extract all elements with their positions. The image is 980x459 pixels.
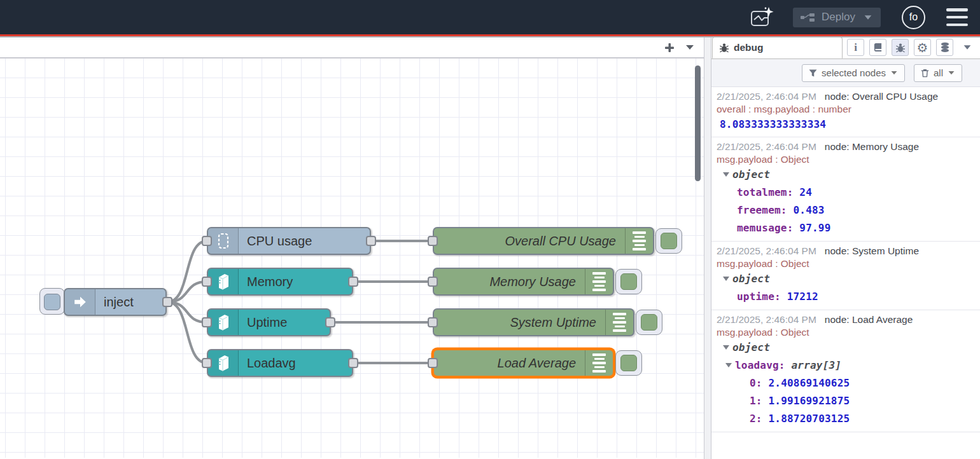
array-value: 2.40869140625 [769,377,850,389]
message-property-path: msg.payload : Object [717,326,974,339]
debug-message: 2/21/2025, 2:46:04 PM node: Memory Usage… [711,137,980,242]
debug-message: 2/21/2025, 2:46:04 PM node: Overall CPU … [711,87,980,137]
port-in-debug-loadavg[interactable] [428,358,438,368]
context-tab-button[interactable] [936,39,953,56]
message-timestamp: 2/21/2025, 2:46:04 PM [717,90,816,103]
clear-button-label: all [934,67,943,78]
add-flow-button[interactable] [664,43,675,53]
port-out-uptime[interactable] [325,317,335,327]
canvas-vertical-scrollbar[interactable] [695,65,701,181]
node-label: inject [95,289,134,315]
message-source-node: node: Overall CPU Usage [825,90,938,103]
node-inject[interactable]: inject [64,288,167,316]
flow-tab-bar [0,38,704,58]
debug-toggle-button[interactable] [636,310,662,335]
port-in-uptime[interactable] [202,317,212,327]
object-value: 17212 [787,291,818,303]
ai-assistant-icon[interactable] [750,6,775,29]
array-key: loadavg: [735,359,785,371]
tab-debug[interactable]: debug [712,37,843,58]
user-avatar[interactable]: fo [902,6,925,29]
panel-resize-divider[interactable] [704,38,711,459]
port-in-loadavg[interactable] [202,358,212,368]
deploy-caret-icon[interactable] [865,15,872,19]
filter-nodes-button[interactable]: selected nodes [802,64,905,82]
port-out-cpu[interactable] [366,236,376,246]
debug-message: 2/21/2025, 2:46:04 PM node: System Uptim… [711,242,980,310]
message-property-path: overall : msg.payload : number [717,103,974,116]
node-uptime[interactable]: Uptime [207,308,331,336]
server-icon [208,269,239,294]
collapse-caret-icon[interactable] [723,172,729,177]
debug-toggle-button[interactable] [615,269,642,294]
port-in-debug-cpu[interactable] [428,236,438,246]
port-out-inject[interactable] [162,297,172,307]
sidebar-tool-icons: i ⚙ [847,39,971,58]
debug-toolbar: selected nodes all [711,59,980,87]
array-index: 0: [750,377,762,389]
inject-arrow-icon [65,289,95,315]
node-debug-overall-cpu[interactable]: Overall CPU Usage [433,227,654,255]
port-in-debug-memory[interactable] [428,277,438,287]
node-label: Loadavg [239,350,296,376]
wires-layer [0,58,704,458]
deploy-label: Deploy [822,11,855,24]
port-in-memory[interactable] [202,277,212,287]
port-in-debug-uptime[interactable] [428,317,438,327]
gear-icon: ⚙ [917,41,928,54]
inject-trigger-button[interactable] [39,288,65,315]
debug-output-icon [585,350,613,376]
message-property-path: msg.payload : Object [717,257,974,270]
bug-icon [895,43,906,53]
port-in-cpu[interactable] [202,236,212,246]
tab-debug-label: debug [734,42,764,53]
config-tab-button[interactable]: ⚙ [914,39,931,56]
filter-caret-icon [891,71,897,74]
flow-canvas[interactable]: inject CPU usage [0,58,704,458]
clear-messages-button[interactable]: all [914,64,962,82]
node-debug-memory[interactable]: Memory Usage [433,268,614,296]
array-index: 2: [750,413,762,425]
array-value: 1.99169921875 [769,395,850,407]
node-debug-loadavg[interactable]: Load Average [433,349,614,377]
debug-toggle-button[interactable] [615,350,642,376]
server-icon [208,310,239,335]
help-tab-button[interactable] [869,39,886,56]
collapse-caret-icon[interactable] [723,277,729,281]
flow-list-caret-icon[interactable] [686,45,694,50]
debug-message: 2/21/2025, 2:46:04 PM node: Load Average… [711,310,980,432]
object-value: 97.99 [799,222,830,234]
node-label: Load Average [434,350,585,376]
message-timestamp: 2/21/2025, 2:46:04 PM [717,313,816,326]
main-menu-icon[interactable] [946,8,968,26]
info-tab-button[interactable]: i [847,39,864,56]
node-debug-uptime[interactable]: System Uptime [433,308,634,336]
port-out-memory[interactable] [348,277,358,287]
debug-message-list: 2/21/2025, 2:46:04 PM node: Overall CPU … [711,87,980,432]
node-memory[interactable]: Memory [207,268,353,296]
debug-toggle-button[interactable] [655,228,682,254]
node-label: Uptime [239,310,287,335]
port-out-loadavg[interactable] [348,358,358,368]
object-label: object [732,341,770,353]
message-source-node: node: System Uptime [825,244,919,257]
collapse-caret-icon[interactable] [723,345,729,350]
deploy-button[interactable]: Deploy [793,8,881,27]
node-cpu-usage[interactable]: CPU usage [207,227,371,255]
bug-icon [719,43,729,53]
debug-output-icon [625,228,653,254]
flow-editor-column: inject CPU usage [0,38,704,459]
collapse-caret-icon[interactable] [725,363,732,367]
debug-tab-button[interactable] [892,39,909,56]
array-type-label: array[3] [792,359,842,371]
database-icon [940,42,950,53]
message-timestamp: 2/21/2025, 2:46:04 PM [717,140,816,153]
sidebar-tabs-caret-icon[interactable] [964,45,971,49]
object-label: object [732,273,770,285]
node-label: CPU usage [239,228,312,254]
message-property-path: msg.payload : Object [717,153,974,166]
array-index: 1: [750,395,762,407]
object-value: 24 [799,186,812,198]
node-loadavg[interactable]: Loadavg [207,349,353,377]
node-red-app: Deploy fo [0,0,980,459]
